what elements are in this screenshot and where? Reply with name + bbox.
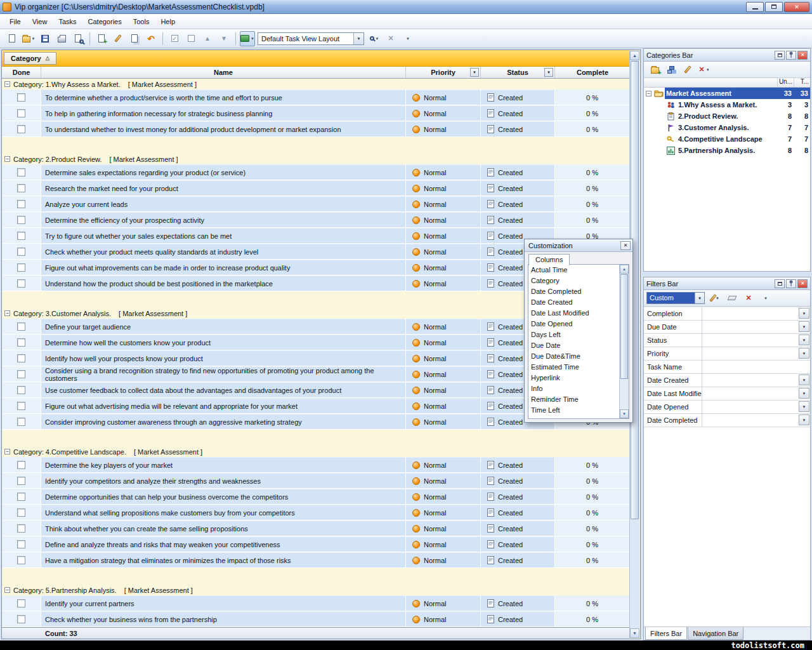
status-cell[interactable]: Created	[481, 595, 555, 611]
task-row[interactable]: Identify your current partners Normal Cr…	[2, 595, 630, 611]
done-checkbox[interactable]	[17, 184, 25, 192]
status-cell[interactable]: Created	[481, 473, 555, 489]
category-tree-root[interactable]: − Market Assessment 33 33	[644, 88, 810, 99]
status-cell[interactable]: Created	[481, 164, 555, 180]
uncompleted-column-header[interactable]: Un...	[777, 78, 794, 87]
customization-column-item[interactable]: Estimated Time	[528, 362, 619, 373]
filter-dropdown-icon[interactable]: ▼	[799, 415, 809, 425]
task-name-cell[interactable]: Research the market need for your produc…	[41, 180, 406, 196]
done-checkbox[interactable]	[17, 263, 25, 272]
scroll-down-icon[interactable]: ▼	[630, 628, 639, 638]
collapse-group-icon[interactable]: −	[4, 587, 10, 593]
filter-dropdown-icon[interactable]: ▼	[799, 335, 809, 345]
status-filter-button[interactable]: ▼	[544, 68, 553, 77]
priority-cell[interactable]: Normal	[406, 521, 481, 536]
priority-cell[interactable]: Normal	[406, 457, 481, 473]
priority-cell[interactable]: Normal	[406, 196, 481, 212]
done-checkbox[interactable]	[17, 232, 25, 240]
status-cell[interactable]: Created	[481, 489, 555, 505]
task-name-cell[interactable]: Understand how the product should be bes…	[41, 275, 406, 291]
priority-cell[interactable]: Normal	[406, 473, 481, 489]
collapse-group-icon[interactable]: −	[4, 156, 10, 162]
priority-cell[interactable]: Normal	[406, 180, 481, 196]
task-name-cell[interactable]: Determine the key players of your market	[41, 457, 406, 473]
done-checkbox[interactable]	[17, 279, 25, 288]
task-row[interactable]: To understand whether to invest money fo…	[2, 121, 630, 137]
delete-layout-button[interactable]: ✕	[383, 31, 398, 46]
priority-cell[interactable]: Normal	[406, 260, 481, 275]
total-column-header[interactable]: T...	[794, 78, 810, 87]
task-row[interactable]: To determine whether a product/service i…	[2, 90, 630, 105]
filter-preset-combo[interactable]: Custom ▼	[646, 292, 705, 304]
task-name-cell[interactable]: Determine opportunities that can help yo…	[41, 489, 406, 505]
priority-cell[interactable]: Normal	[406, 244, 481, 260]
task-name-cell[interactable]: Determine how well the customers know yo…	[41, 335, 406, 350]
save-button[interactable]	[37, 31, 53, 46]
panel-tab-filters-bar[interactable]: Filters Bar	[645, 627, 687, 640]
edit-task-button[interactable]	[110, 31, 126, 46]
done-checkbox[interactable]	[17, 370, 25, 378]
category-tree-item[interactable]: 2.Product Review. 8 8	[644, 110, 810, 122]
close-button[interactable]: ✕	[784, 2, 809, 12]
layout-options-button[interactable]: ▼	[367, 31, 382, 46]
menu-item-file[interactable]: File	[4, 15, 27, 28]
task-row[interactable]: Determine sales expectations regarding y…	[2, 164, 630, 180]
status-cell[interactable]: Created	[481, 521, 555, 536]
scroll-up-icon[interactable]: ▲	[620, 265, 629, 274]
done-checkbox[interactable]	[17, 556, 25, 564]
done-checkbox[interactable]	[17, 599, 25, 607]
panel-tab-navigation-bar[interactable]: Navigation Bar	[688, 627, 743, 640]
status-cell[interactable]: Created	[481, 105, 555, 121]
done-checkbox[interactable]	[17, 125, 25, 133]
task-row[interactable]: Have a mitigation strategy that eliminat…	[2, 552, 630, 568]
priority-cell[interactable]: Normal	[406, 611, 481, 627]
group-by-category-button[interactable]: Category △	[4, 52, 56, 65]
task-row[interactable]: Identify your competitors and analyze th…	[2, 473, 630, 489]
add-subcategory-button[interactable]	[664, 62, 679, 77]
done-checkbox[interactable]	[17, 322, 25, 331]
customization-column-item[interactable]: Info	[528, 383, 619, 394]
task-row[interactable]: Determine the key players of your market…	[2, 457, 630, 473]
done-checkbox[interactable]	[17, 386, 25, 394]
priority-cell[interactable]: Normal	[406, 90, 481, 105]
new-document-button[interactable]	[4, 31, 20, 46]
task-name-cell[interactable]: Consider improving customer awareness th…	[41, 414, 406, 430]
task-row[interactable]: Determine opportunities that can help yo…	[2, 489, 630, 505]
customization-column-item[interactable]: Date Opened	[528, 319, 619, 329]
new-task-button[interactable]: +	[94, 31, 109, 46]
task-name-cell[interactable]: Check whether your product meets quality…	[41, 244, 406, 260]
task-row[interactable]: Analyze your current leads Normal Create…	[2, 196, 630, 212]
view-layout-button[interactable]: ▼	[240, 31, 255, 46]
priority-cell[interactable]: Normal	[406, 382, 481, 398]
customization-column-item[interactable]: Time Left	[528, 405, 619, 416]
menu-item-view[interactable]: View	[27, 15, 53, 28]
priority-cell[interactable]: Normal	[406, 398, 481, 414]
task-row[interactable]: Research the market need for your produc…	[2, 180, 630, 196]
status-column-header[interactable]: Status▼	[481, 67, 555, 78]
priority-cell[interactable]: Normal	[406, 350, 481, 366]
filter-dropdown-icon[interactable]: ▼	[799, 308, 809, 319]
dialog-scrollbar[interactable]: ▲ ▼	[619, 265, 629, 418]
task-name-cell[interactable]: Identify how well your prospects know yo…	[41, 350, 406, 366]
add-category-button[interactable]: +	[647, 62, 662, 77]
done-checkbox[interactable]	[17, 477, 25, 485]
done-checkbox[interactable]	[17, 216, 25, 224]
restore-panel-button[interactable]	[775, 279, 785, 288]
task-name-cell[interactable]: Consider using a brand recognition strat…	[41, 366, 406, 382]
priority-cell[interactable]: Normal	[406, 414, 481, 430]
task-name-cell[interactable]: Check whether your business wins from th…	[41, 611, 406, 627]
move-down-button[interactable]: ▼	[216, 31, 232, 46]
task-name-cell[interactable]: Determine the efficiency of your prospec…	[41, 212, 406, 228]
print-button[interactable]	[54, 31, 69, 46]
priority-cell[interactable]: Normal	[406, 105, 481, 121]
done-checkbox[interactable]	[17, 200, 25, 208]
group-header[interactable]: − Category: 2.Product Review. [ Market A…	[2, 154, 630, 164]
task-row[interactable]: Think about whether you can create the s…	[2, 521, 630, 536]
customization-column-item[interactable]: Actual Time	[528, 265, 619, 275]
task-name-cell[interactable]: Think about whether you can create the s…	[41, 521, 406, 536]
priority-column-header[interactable]: Priority▼	[406, 67, 481, 78]
task-row[interactable]: Define and analyze threats and risks tha…	[2, 536, 630, 552]
task-name-cell[interactable]: To determine whether a product/service i…	[41, 90, 406, 105]
filter-dropdown-icon[interactable]: ▼	[799, 388, 809, 399]
done-checkbox[interactable]	[17, 248, 25, 256]
